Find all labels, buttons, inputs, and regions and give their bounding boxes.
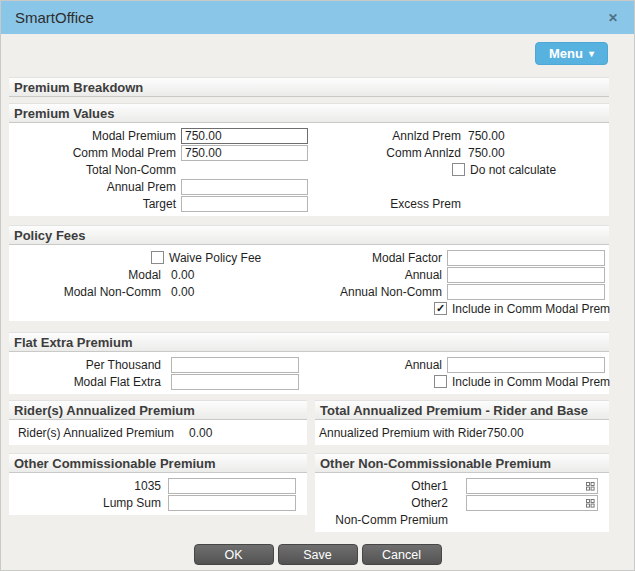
menu-row: Menu ▾ bbox=[1, 34, 634, 64]
flat-extra-premium-box: Per Thousand Modal Flat Extra Annual bbox=[9, 352, 609, 394]
lump-sum-input[interactable] bbox=[168, 495, 296, 511]
riders-annualized-row: Rider(s) Annualized Premium 0.00 bbox=[9, 424, 307, 441]
modal-fee-label: Modal bbox=[9, 268, 161, 282]
section-premium-values: Premium Values bbox=[9, 103, 609, 123]
section-total-annualized: Total Annualized Premium - Rider and Bas… bbox=[315, 400, 609, 420]
other-non-commissionable-title: Other Non-Commissionable Premium bbox=[320, 456, 551, 471]
modal-premium-label: Modal Premium bbox=[9, 129, 176, 143]
smartoffice-dialog: SmartOffice ✕ Menu ▾ Premium Breakdown P… bbox=[0, 0, 635, 571]
annualized-with-rider-row: Annualized Premium with Rider 750.00 bbox=[315, 424, 609, 441]
modal-factor-label: Modal Factor bbox=[309, 251, 442, 265]
close-icon[interactable]: ✕ bbox=[604, 9, 622, 27]
section-policy-fees: Policy Fees bbox=[9, 225, 609, 245]
other1-input[interactable] bbox=[466, 478, 598, 494]
other1-label: Other1 bbox=[315, 479, 448, 493]
annual-fee-row: Annual bbox=[309, 266, 609, 283]
modal-flat-extra-row: Modal Flat Extra bbox=[9, 373, 309, 390]
total-annualized-box: Annualized Premium with Rider 750.00 bbox=[315, 420, 609, 445]
flat-extra-annual-row: Annual bbox=[309, 356, 609, 373]
annual-fee-label: Annual bbox=[309, 268, 442, 282]
target-input[interactable] bbox=[181, 196, 308, 212]
section-riders-annualized: Rider(s) Annualized Premium bbox=[9, 400, 307, 420]
comm-modal-prem-row: Comm Modal Prem bbox=[9, 144, 309, 161]
checkmark: ✓ bbox=[436, 303, 445, 314]
modal-premium-input[interactable] bbox=[181, 128, 308, 144]
annlzd-prem-row: Annlzd Prem 750.00 bbox=[309, 127, 609, 144]
comm-modal-prem-label: Comm Modal Prem bbox=[9, 146, 176, 160]
comm-annlzd-label: Comm Annlzd bbox=[309, 146, 461, 160]
lookup-grid-icon[interactable] bbox=[586, 482, 595, 491]
target-row: Target bbox=[9, 195, 309, 212]
riders-annualized-value: 0.00 bbox=[189, 426, 212, 440]
ok-button[interactable]: OK bbox=[194, 544, 274, 565]
premium-breakdown-title: Premium Breakdown bbox=[14, 80, 143, 95]
save-button[interactable]: Save bbox=[278, 544, 358, 565]
include-comm-modal-prem-row: ✓ Include in Comm Modal Prem bbox=[309, 300, 609, 317]
do-not-calculate-checkbox[interactable] bbox=[452, 163, 465, 176]
total-non-comm-label: Total Non-Comm bbox=[9, 163, 176, 177]
excess-prem-row: Excess Prem bbox=[309, 195, 609, 212]
annual-non-comm-input[interactable] bbox=[447, 284, 605, 300]
menu-button-label: Menu bbox=[549, 46, 583, 61]
lump-sum-label: Lump Sum bbox=[9, 496, 161, 510]
target-label: Target bbox=[9, 197, 176, 211]
chevron-down-icon: ▾ bbox=[589, 48, 594, 59]
modal-factor-row: Modal Factor bbox=[309, 249, 609, 266]
modal-non-comm-row: Modal Non-Comm 0.00 bbox=[9, 283, 309, 300]
premium-values-box: Modal Premium Comm Modal Prem Total Non-… bbox=[9, 123, 609, 216]
non-comm-premium-label: Non-Comm Premium bbox=[315, 513, 448, 527]
comm-annlzd-row: Comm Annlzd 750.00 bbox=[309, 144, 609, 161]
waive-policy-fee-label: Waive Policy Fee bbox=[169, 251, 261, 265]
annual-non-comm-row: Annual Non-Comm bbox=[309, 283, 609, 300]
per-thousand-input[interactable] bbox=[171, 357, 299, 373]
comm-modal-prem-input[interactable] bbox=[181, 145, 308, 161]
include-comm-modal-prem-checkbox[interactable]: ✓ bbox=[434, 302, 447, 315]
modal-flat-extra-input[interactable] bbox=[171, 374, 299, 390]
modal-premium-row: Modal Premium bbox=[9, 127, 309, 144]
flat-extra-annual-input[interactable] bbox=[447, 357, 605, 373]
modal-factor-input[interactable] bbox=[447, 250, 605, 266]
section-other-non-commissionable: Other Non-Commissionable Premium bbox=[315, 453, 609, 473]
do-not-calculate-label: Do not calculate bbox=[470, 163, 556, 177]
annual-prem-input[interactable] bbox=[181, 179, 308, 195]
annual-non-comm-label: Annual Non-Comm bbox=[309, 285, 442, 299]
1035-input[interactable] bbox=[168, 478, 296, 494]
flat-extra-premium-title: Flat Extra Premium bbox=[14, 335, 133, 350]
other2-label: Other2 bbox=[315, 496, 448, 510]
lookup-grid-icon[interactable] bbox=[586, 499, 595, 508]
modal-non-comm-value: 0.00 bbox=[171, 285, 194, 299]
modal-flat-extra-label: Modal Flat Extra bbox=[9, 375, 161, 389]
non-comm-premium-row: Non-Comm Premium bbox=[315, 511, 609, 528]
annual-fee-input[interactable] bbox=[447, 267, 605, 283]
per-thousand-row: Per Thousand bbox=[9, 356, 309, 373]
dialog-footer: OK Save Cancel bbox=[1, 544, 634, 565]
other-non-commissionable-box: Other1 Other2 Non-Co bbox=[315, 473, 609, 532]
flat-extra-include-checkbox[interactable] bbox=[434, 375, 447, 388]
waive-policy-fee-checkbox[interactable] bbox=[151, 251, 164, 264]
riders-annualized-title: Rider(s) Annualized Premium bbox=[14, 403, 195, 418]
total-non-comm-row: Total Non-Comm bbox=[9, 161, 309, 178]
dialog-content: Premium Breakdown Premium Values Modal P… bbox=[9, 77, 609, 532]
1035-row: 1035 bbox=[9, 477, 307, 494]
annlzd-prem-value: 750.00 bbox=[468, 129, 505, 143]
riders-annualized-label: Rider(s) Annualized Premium bbox=[9, 426, 174, 440]
other2-input[interactable] bbox=[466, 495, 598, 511]
waive-policy-fee-row: Waive Policy Fee bbox=[9, 249, 309, 266]
other2-row: Other2 bbox=[315, 494, 609, 511]
modal-fee-row: Modal 0.00 bbox=[9, 266, 309, 283]
policy-fees-box: Waive Policy Fee Modal 0.00 Modal Non-Co… bbox=[9, 245, 609, 321]
dialog-title: SmartOffice bbox=[15, 9, 604, 26]
dialog-titlebar: SmartOffice ✕ bbox=[1, 1, 634, 34]
flat-extra-annual-label: Annual bbox=[309, 358, 442, 372]
per-thousand-label: Per Thousand bbox=[9, 358, 161, 372]
comm-annlzd-value: 750.00 bbox=[468, 146, 505, 160]
annualized-with-rider-label: Annualized Premium with Rider bbox=[315, 426, 481, 440]
annlzd-prem-label: Annlzd Prem bbox=[309, 129, 461, 143]
riders-annualized-box: Rider(s) Annualized Premium 0.00 bbox=[9, 420, 307, 445]
menu-button[interactable]: Menu ▾ bbox=[535, 42, 608, 65]
other-commissionable-title: Other Commissionable Premium bbox=[14, 456, 216, 471]
cancel-button[interactable]: Cancel bbox=[362, 544, 442, 565]
annual-prem-label: Annual Prem bbox=[9, 180, 176, 194]
modal-non-comm-label: Modal Non-Comm bbox=[9, 285, 161, 299]
modal-fee-value: 0.00 bbox=[171, 268, 194, 282]
